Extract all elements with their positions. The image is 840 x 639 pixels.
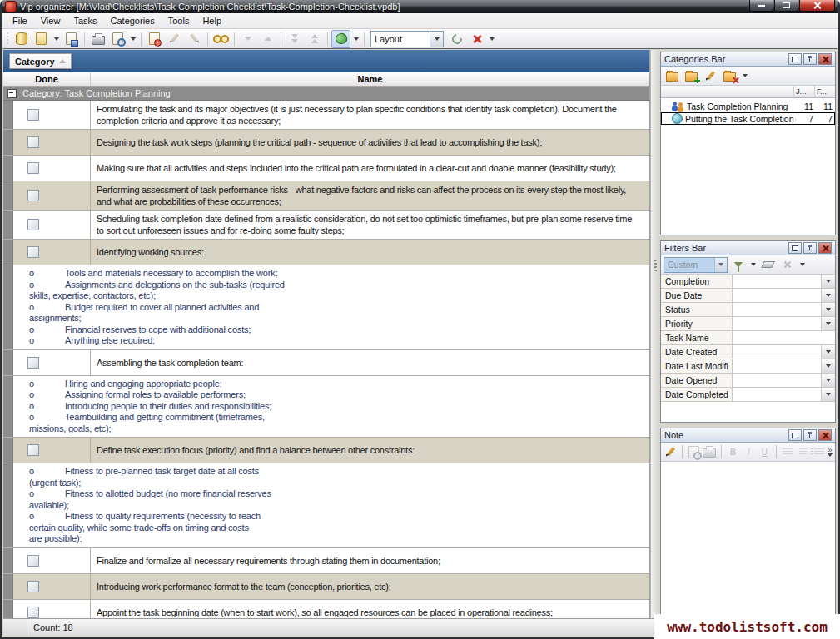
task-checkbox[interactable] [27, 581, 39, 592]
menu-item-tools[interactable]: Tools [162, 15, 196, 27]
filter-value-field[interactable] [733, 275, 821, 288]
note-close-button[interactable] [818, 429, 832, 441]
task-checkbox[interactable] [27, 219, 39, 230]
category-item[interactable]: Putting the Task Completion on track77 [661, 112, 835, 125]
move-down-button[interactable] [238, 30, 257, 48]
delete-category-button[interactable] [721, 67, 738, 84]
view-details-button[interactable] [211, 30, 231, 48]
move-up-button[interactable] [258, 30, 277, 48]
delete-task-button[interactable] [185, 30, 204, 48]
note-print-button[interactable] [702, 443, 717, 460]
note-preview-button[interactable] [687, 443, 701, 460]
column-header-done[interactable]: Done [3, 72, 91, 86]
open-dropdown-button[interactable] [52, 31, 61, 47]
overflow-caret-icon[interactable] [828, 453, 833, 457]
minimize-button[interactable] [749, 0, 773, 12]
categories-column-2[interactable]: Г... [814, 86, 835, 97]
filter-value-field[interactable] [733, 345, 821, 359]
task-row[interactable]: Designing the task work steps (planning … [3, 130, 649, 156]
move-top-button[interactable] [305, 30, 324, 48]
filters-close-button[interactable] [818, 242, 832, 254]
filter-dropdown-button[interactable] [821, 303, 835, 316]
open-database-button[interactable] [32, 30, 51, 48]
task-note-row[interactable]: oFitness to pre-planned task target date… [3, 463, 649, 548]
filter-value-field[interactable] [733, 303, 821, 316]
task-checkbox[interactable] [27, 555, 39, 567]
task-checkbox[interactable] [27, 109, 39, 121]
bullet-list-button[interactable] [812, 443, 826, 460]
filter-dropdown-button[interactable] [821, 359, 835, 373]
align-right-button[interactable] [796, 443, 810, 460]
bold-button[interactable]: B [726, 443, 740, 460]
menu-item-tasks[interactable]: Tasks [67, 15, 102, 27]
task-row[interactable]: Scheduling task completion date defined … [3, 211, 649, 240]
task-row[interactable]: Introducing work performance format to t… [3, 574, 649, 600]
filter-preset-dropdown[interactable] [714, 258, 727, 272]
task-checkbox[interactable] [27, 444, 39, 456]
filter-value-field[interactable] [733, 317, 821, 330]
categories-toolbar-overflow[interactable] [740, 67, 749, 84]
task-row[interactable]: Identifying working sources: [3, 240, 649, 265]
categories-pin-button[interactable] [803, 53, 817, 65]
task-row[interactable]: Formulating the task and its major objec… [3, 101, 649, 130]
new-database-button[interactable] [12, 30, 31, 48]
filter-value-field[interactable] [733, 289, 821, 302]
task-row[interactable]: Assembling the task completion team: [3, 350, 649, 376]
menu-item-view[interactable]: View [35, 15, 67, 27]
overflow-chevrons-icon[interactable]: » [828, 447, 832, 453]
print-button[interactable] [88, 30, 107, 48]
category-item[interactable]: Task Completion Planning1111 [661, 100, 835, 112]
filters-restore-button[interactable] [788, 242, 802, 254]
toolbar-overflow-button[interactable] [487, 31, 496, 47]
apply-filter-dropdown[interactable] [748, 256, 758, 273]
task-row[interactable]: Making sure that all activities and step… [3, 156, 649, 181]
filters-toolbar-overflow[interactable] [798, 256, 807, 273]
task-row[interactable]: Performing assessment of task performanc… [3, 181, 649, 211]
menu-item-help[interactable]: Help [196, 15, 227, 27]
category-group-header[interactable]: Category: Task Completion Planning [3, 87, 649, 101]
apply-layout-button[interactable] [447, 30, 466, 48]
column-header-name[interactable]: Name [91, 72, 649, 86]
task-checkbox[interactable] [27, 607, 39, 618]
align-left-button[interactable] [780, 443, 794, 460]
filter-value-field[interactable] [733, 374, 821, 387]
remove-filter-button[interactable] [778, 256, 796, 273]
note-text-area[interactable] [661, 462, 835, 617]
group-by-category-button[interactable]: Category [9, 53, 72, 69]
highlighter-dropdown-button[interactable] [351, 31, 360, 47]
task-checkbox[interactable] [27, 357, 39, 369]
edit-task-button[interactable] [165, 30, 184, 48]
task-checkbox[interactable] [27, 162, 39, 174]
add-subcategory-button[interactable] [683, 67, 700, 84]
apply-filter-button[interactable] [729, 256, 747, 273]
save-button[interactable] [62, 30, 81, 48]
print-dropdown-button[interactable] [128, 31, 137, 47]
collapse-minus-icon[interactable] [7, 89, 17, 98]
italic-button[interactable]: I [742, 443, 756, 460]
new-task-button[interactable] [145, 30, 164, 48]
filter-value-field[interactable] [733, 388, 821, 401]
add-category-button[interactable] [664, 67, 681, 84]
highlighter-button[interactable] [331, 30, 350, 48]
menu-item-file[interactable]: File [7, 15, 33, 27]
delete-layout-button[interactable] [467, 30, 486, 48]
filter-preset-combobox[interactable]: Custom [664, 257, 728, 273]
underline-button[interactable]: U [758, 443, 772, 460]
categories-restore-button[interactable] [788, 53, 802, 65]
layout-combobox[interactable]: Layout [370, 31, 444, 47]
filter-dropdown-button[interactable] [821, 317, 835, 330]
categories-column-1[interactable]: J... [793, 86, 814, 97]
filter-dropdown-button[interactable] [821, 275, 835, 288]
maximize-button[interactable] [774, 0, 798, 12]
filter-dropdown-button[interactable] [821, 345, 835, 359]
move-bottom-button[interactable] [285, 30, 304, 48]
note-save-button[interactable] [664, 443, 678, 460]
filter-dropdown-button[interactable] [821, 388, 835, 401]
filters-pin-button[interactable] [803, 242, 817, 254]
task-checkbox[interactable] [27, 190, 39, 201]
note-restore-button[interactable] [788, 429, 802, 441]
clear-filter-button[interactable] [759, 256, 777, 273]
filter-value-field[interactable] [733, 331, 835, 344]
task-row[interactable]: Define task execution focus (priority) a… [3, 438, 649, 463]
note-pin-button[interactable] [803, 429, 817, 441]
